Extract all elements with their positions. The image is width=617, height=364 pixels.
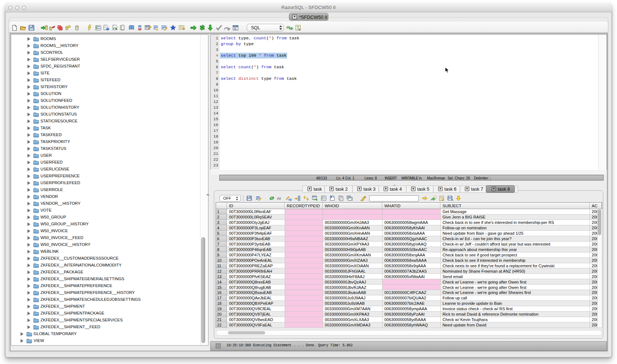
svg-text:66: 66: [277, 196, 281, 200]
